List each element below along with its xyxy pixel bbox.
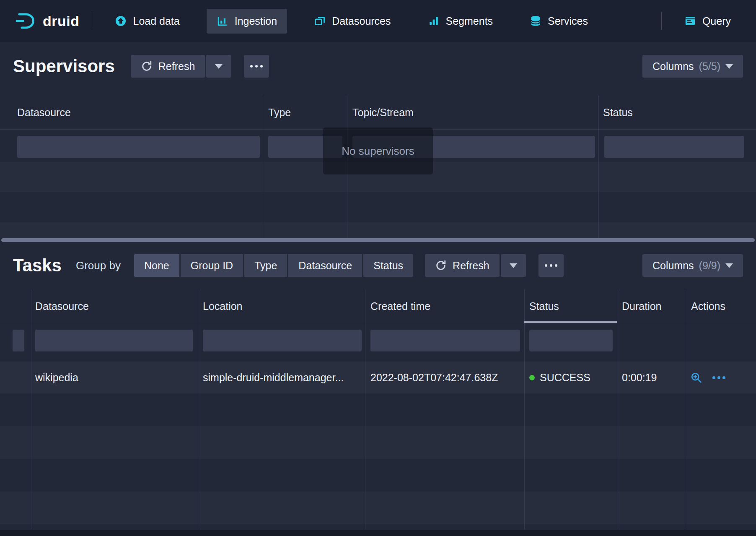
refresh-icon <box>435 260 447 271</box>
group-by-type-button[interactable]: Type <box>244 254 287 277</box>
tasks-table: Datasource Location Created time Status … <box>0 289 756 529</box>
column-divider <box>524 289 525 529</box>
nav-item-label: Ingestion <box>235 15 277 27</box>
column-divider <box>365 289 365 529</box>
row-actions-menu-icon[interactable] <box>712 376 725 379</box>
group-by-none-button[interactable]: None <box>134 254 179 277</box>
task-status-cell: SUCCESS <box>529 362 590 393</box>
refresh-button[interactable]: Refresh <box>425 254 500 277</box>
group-by-status-button[interactable]: Status <box>363 254 413 277</box>
datasource-filter-input[interactable] <box>17 136 260 158</box>
tasks-title: Tasks <box>13 255 62 276</box>
column-header-actions[interactable]: Actions <box>691 289 725 323</box>
column-divider <box>685 289 685 529</box>
supervisors-columns-button[interactable]: Columns (5/5) <box>642 55 743 78</box>
chevron-down-icon <box>725 263 733 268</box>
datasource-filter-input[interactable] <box>35 330 193 351</box>
tasks-columns-button[interactable]: Columns (9/9) <box>642 254 743 277</box>
location-filter-input[interactable] <box>203 330 362 351</box>
supervisors-title: Supervisors <box>13 56 115 76</box>
nav-item-services[interactable]: Services <box>520 9 598 34</box>
chevron-down-icon <box>510 263 517 268</box>
columns-count: (5/5) <box>699 60 720 73</box>
refresh-interval-dropdown[interactable] <box>501 254 526 277</box>
chevron-down-icon <box>215 64 223 69</box>
supervisors-refresh-group: Refresh <box>131 55 232 78</box>
column-divider <box>598 96 599 238</box>
refresh-label: Refresh <box>158 60 195 73</box>
task-row[interactable]: wikipedia simple-druid-middlemanager... … <box>0 362 756 393</box>
group-by-segmented-control: None Group ID Type Datasource Status <box>134 254 413 277</box>
more-icon <box>250 65 253 68</box>
segments-icon <box>428 15 440 27</box>
columns-label: Columns <box>652 60 694 73</box>
refresh-interval-dropdown[interactable] <box>206 55 231 78</box>
nav-item-datasources[interactable]: Datasources <box>304 9 401 34</box>
status-success-dot <box>529 375 535 380</box>
task-datasource-cell: wikipedia <box>35 362 78 393</box>
column-divider <box>31 289 31 529</box>
column-header-topic-stream[interactable]: Topic/Stream <box>352 96 414 129</box>
upload-icon <box>115 15 127 27</box>
column-header-status[interactable]: Status <box>529 289 559 323</box>
druid-logo-icon <box>15 10 37 32</box>
supervisors-more-button[interactable] <box>244 55 269 78</box>
empty-state-message: No supervisors <box>323 127 433 174</box>
status-text: SUCCESS <box>540 372 590 384</box>
column-divider <box>617 289 617 529</box>
nav-item-label: Datasources <box>332 15 391 27</box>
status-filter-input[interactable] <box>604 136 744 158</box>
column-divider <box>198 289 198 529</box>
more-icon <box>545 264 547 267</box>
nav-divider <box>92 12 92 30</box>
table-row <box>0 222 756 238</box>
nav-item-load-data[interactable]: Load data <box>105 9 189 34</box>
group-by-label: Group by <box>76 259 121 272</box>
datasources-icon <box>314 15 326 27</box>
services-icon <box>530 15 541 27</box>
created-time-filter-input[interactable] <box>370 330 520 351</box>
column-header-type[interactable]: Type <box>268 96 291 129</box>
horizontal-scrollbar[interactable] <box>1 238 755 242</box>
supervisors-table: Datasource Type Topic/Stream Status No s… <box>0 96 756 238</box>
bottom-scrollbar-track[interactable] <box>0 530 756 536</box>
nav-item-query[interactable]: Query <box>674 9 741 34</box>
group-by-group-id-button[interactable]: Group ID <box>181 254 243 277</box>
column-divider <box>263 96 263 238</box>
column-header-duration[interactable]: Duration <box>622 289 662 323</box>
column-header-datasource[interactable]: Datasource <box>35 289 89 323</box>
header-divider <box>0 323 756 323</box>
sort-indicator <box>524 321 617 323</box>
nav-item-label: Load data <box>133 15 179 27</box>
chevron-down-icon <box>725 64 733 69</box>
druid-console: druid Load data Ingestion <box>0 0 756 536</box>
nav-item-label: Services <box>548 15 588 27</box>
magnifier-plus-icon[interactable] <box>690 371 702 384</box>
top-nav: druid Load data Ingestion <box>0 0 756 42</box>
tasks-refresh-group: Refresh <box>425 254 526 277</box>
tasks-toolbar: Tasks Group by None Group ID Type Dataso… <box>13 254 743 277</box>
task-id-filter-input-clipped[interactable] <box>13 330 24 351</box>
query-icon <box>684 15 696 27</box>
supervisors-toolbar: Supervisors Refresh Columns (5/5) <box>13 55 743 78</box>
refresh-button[interactable]: Refresh <box>131 55 205 78</box>
columns-count: (9/9) <box>699 260 720 272</box>
ingestion-icon <box>217 15 228 27</box>
nav-item-label: Query <box>702 15 731 27</box>
column-header-created-time[interactable]: Created time <box>370 289 430 323</box>
columns-label: Columns <box>652 260 694 272</box>
nav-item-segments[interactable]: Segments <box>418 9 503 34</box>
column-header-location[interactable]: Location <box>203 289 243 323</box>
tasks-more-button[interactable] <box>539 254 564 277</box>
task-location-cell: simple-druid-middlemanager... <box>203 362 344 393</box>
task-duration-cell: 0:00:19 <box>622 362 657 393</box>
nav-divider <box>661 12 662 30</box>
column-header-datasource[interactable]: Datasource <box>17 96 71 129</box>
column-header-status[interactable]: Status <box>603 96 633 129</box>
task-actions-cell <box>690 362 725 393</box>
table-row <box>0 492 756 524</box>
status-filter-input[interactable] <box>529 330 613 351</box>
group-by-datasource-button[interactable]: Datasource <box>288 254 362 277</box>
druid-logo[interactable]: druid <box>15 10 79 32</box>
nav-item-ingestion[interactable]: Ingestion <box>207 9 287 34</box>
